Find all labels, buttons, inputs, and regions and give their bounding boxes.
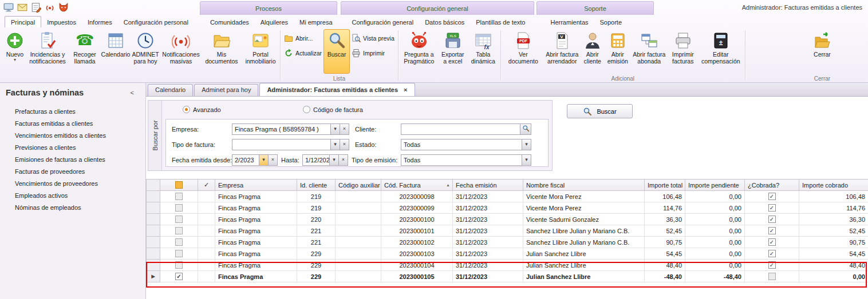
clear-icon[interactable]: × [268, 154, 278, 166]
col-cobrada[interactable]: ¿Cobrada? [745, 180, 799, 191]
col-importe-cobrado[interactable]: Importe cobrado [799, 180, 868, 191]
row-select-checkbox[interactable] [175, 216, 183, 223]
cobrada-checkbox[interactable]: ✓ [768, 238, 776, 246]
tab-informes[interactable]: Informes [82, 17, 118, 27]
estado-value[interactable]: Todas [401, 139, 522, 150]
radio-codigo-factura[interactable]: Código de factura [303, 106, 363, 113]
tabla-dinamica-button[interactable]: fx Tabla dinámica [468, 29, 499, 74]
tab-principal[interactable]: Principal [5, 16, 41, 27]
sidebar-item-empleados-activos[interactable]: Empleados activos [0, 190, 145, 202]
sidebar-item-prefacturas-clientes[interactable]: Prefacturas a clientes [0, 106, 145, 118]
cell-select[interactable] [160, 237, 198, 248]
row-select-checkbox[interactable] [175, 261, 183, 269]
table-row[interactable]: Fincas Pragma219202300009931/12/2023Vice… [147, 202, 868, 214]
row-select-checkbox[interactable]: ✓ [175, 273, 183, 280]
chevron-down-icon[interactable]: ▾ [329, 154, 339, 166]
tab-configuracion-personal[interactable]: Configuración personal [118, 17, 194, 27]
cell-select[interactable] [160, 260, 198, 271]
cobrada-checkbox[interactable]: ✓ [768, 227, 776, 234]
estado-combo[interactable]: Todas ▾ [401, 139, 531, 150]
incidencias-button[interactable]: Incidencias y notificaciones [27, 29, 68, 74]
tab-alquileres[interactable]: Alquileres [255, 17, 294, 27]
cell-select[interactable] [160, 202, 198, 214]
cobrada-checkbox[interactable]: ✓ [768, 261, 776, 269]
nuevo-button[interactable]: Nuevo ▾ [2, 29, 27, 74]
col-cod-factura[interactable]: Cód. Factura ▲ [381, 180, 453, 191]
tipo-emision-value[interactable]: Todas [401, 154, 522, 166]
cell-cobrada[interactable]: ✓ [745, 202, 799, 214]
clear-icon[interactable]: × [338, 154, 348, 166]
sidebar-item-emisiones-facturas-clientes[interactable]: Emisiones de facturas a clientes [0, 154, 145, 166]
sidebar-item-facturas-proveedores[interactable]: Facturas de proveedores [0, 166, 145, 178]
radio-selected-icon[interactable] [183, 106, 190, 113]
col-importe-total[interactable]: Importe total [645, 180, 685, 191]
table-row[interactable]: ▶✓Fincas Pragma229202300010531/12/2023Ju… [147, 271, 868, 282]
cell-cobrada[interactable] [745, 271, 799, 282]
fox-icon[interactable] [58, 2, 69, 11]
tab-herramientas[interactable]: Herramientas [545, 17, 594, 27]
imprimir-facturas-button[interactable]: Imprimir facturas [668, 29, 699, 74]
cell-select[interactable] [160, 191, 198, 202]
cobrada-checkbox[interactable] [768, 273, 776, 280]
cell-cobrada[interactable]: ✓ [745, 191, 799, 202]
row-select-checkbox[interactable] [175, 204, 183, 212]
cell-cobrada[interactable]: ✓ [745, 225, 799, 237]
chevron-down-icon[interactable]: ▾ [522, 139, 531, 150]
tipo-emision-combo[interactable]: Todas ▾ [401, 154, 531, 166]
cobrada-checkbox[interactable]: ✓ [768, 250, 776, 257]
col-marker[interactable]: ✓ [198, 180, 215, 191]
select-all-checkbox-icon[interactable] [175, 181, 183, 189]
tipo-factura-value[interactable] [232, 139, 331, 150]
calendar-dropdown-icon[interactable]: ▾ [259, 154, 269, 166]
tab-impuestos[interactable]: Impuestos [41, 17, 82, 27]
chevron-down-icon[interactable]: ▾ [522, 154, 531, 166]
empresa-value[interactable]: Fincas Pragma ( B58959784 ) [232, 123, 331, 135]
broadcast-icon[interactable] [45, 2, 55, 11]
buscar-button[interactable]: Buscar [567, 104, 633, 118]
col-id-cliente[interactable]: Id. cliente [297, 180, 336, 191]
tipo-factura-combo[interactable]: ▾ × [232, 139, 349, 150]
table-row[interactable]: Fincas Pragma229202300010331/12/2023Juli… [147, 248, 868, 260]
col-importe-pendiente[interactable]: Importe pendiente [685, 180, 745, 191]
hasta-value[interactable]: 1/12/2024 [302, 154, 330, 166]
cell-cobrada[interactable]: ✓ [745, 214, 799, 225]
mail-icon[interactable] [17, 2, 27, 11]
empresa-combo[interactable]: Fincas Pragma ( B58959784 ) ▾ × [232, 123, 349, 135]
cell-select[interactable]: ✓ [160, 271, 198, 282]
vista-previa-button[interactable]: Vista previa [352, 34, 394, 43]
tab-comunidades[interactable]: Comunidades [204, 17, 255, 27]
exportar-excel-button[interactable]: XLS Exportar a excel [438, 29, 468, 74]
abrir-factura-arrendador-button[interactable]: V Abrir factura arrendador [544, 29, 581, 74]
fecha-desde-field[interactable]: 2/2023 ▾ × [232, 154, 278, 166]
row-select-checkbox[interactable] [175, 193, 183, 200]
tab-adminet-para-hoy[interactable]: Adminet para hoy [194, 84, 258, 96]
col-empresa[interactable]: Empresa [215, 180, 297, 191]
cobrada-checkbox[interactable]: ✓ [768, 193, 776, 200]
abrir-factura-abonada-button[interactable]: Abrir factura abonada [631, 29, 668, 74]
editar-compensacion-button[interactable]: ± Editar compensación [699, 29, 743, 74]
chevron-down-icon[interactable]: ▾ [330, 123, 340, 135]
col-select[interactable] [160, 180, 198, 191]
col-nombre-fiscal[interactable]: Nombre fiscal [523, 180, 645, 191]
cliente-value[interactable] [401, 123, 520, 135]
cell-cobrada[interactable]: ✓ [745, 237, 799, 248]
table-row[interactable]: Fincas Pragma229202300010431/12/2023Juli… [147, 260, 868, 271]
table-row[interactable]: Fincas Pragma221202300010131/12/2023Sanc… [147, 225, 868, 237]
adminet-para-hoy-button[interactable]: ADMINET para hoy [129, 29, 161, 74]
row-select-checkbox[interactable] [175, 250, 183, 257]
tab-calendario[interactable]: Calendario [148, 84, 193, 96]
portal-inmobiliario-button[interactable]: Portal inmobiliario [243, 29, 278, 74]
table-row[interactable]: Fincas Pragma220202300010031/12/2023Vice… [147, 214, 868, 225]
cell-cobrada[interactable]: ✓ [745, 260, 799, 271]
chevron-down-icon[interactable]: ▾ [330, 139, 340, 150]
search-icon[interactable] [520, 123, 531, 135]
mis-documentos-button[interactable]: Mis documentos [200, 29, 243, 74]
clear-icon[interactable]: × [340, 123, 349, 135]
pregunta-pragmatico-button[interactable]: Pregunta a Pragmático [400, 29, 438, 74]
tab-datos-basicos[interactable]: Datos básicos [419, 17, 470, 27]
abrir-emision-button[interactable]: Abrir emisión [605, 29, 631, 74]
cell-select[interactable] [160, 214, 198, 225]
imprimir-button[interactable]: Imprimir [352, 49, 394, 58]
hasta-field[interactable]: 1/12/2024 ▾ × [302, 154, 348, 166]
col-fecha-emision[interactable]: Fecha emisión [453, 180, 523, 191]
